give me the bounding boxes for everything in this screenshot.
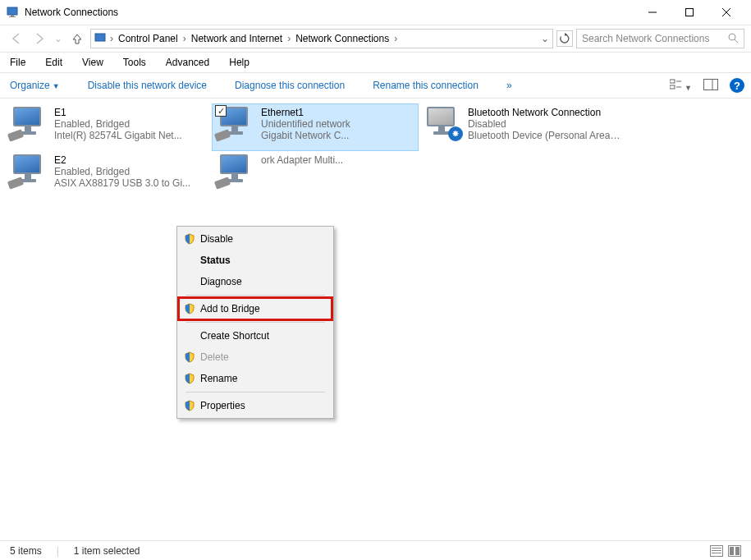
connection-item[interactable]: ✓ Ethernet1 Unidentified network Gigabit… (212, 103, 419, 151)
menu-edit[interactable]: Edit (42, 55, 66, 70)
toolbar-more-button[interactable]: » (503, 78, 515, 93)
svg-rect-0 (7, 7, 17, 15)
context-menu-label: Diagnose (200, 276, 242, 287)
uac-shield-icon (184, 373, 195, 384)
context-menu-label: Rename (200, 373, 237, 384)
menu-separator (185, 322, 325, 323)
svg-rect-10 (670, 80, 675, 83)
context-menu-status[interactable]: Status (179, 250, 332, 271)
maximize-button[interactable] (671, 1, 707, 24)
up-button[interactable] (67, 29, 87, 48)
context-menu-label: Disable (200, 233, 233, 245)
address-bar[interactable]: › Control Panel › Network and Internet ›… (90, 29, 553, 48)
menu-help[interactable]: Help (226, 55, 253, 70)
help-button[interactable]: ? (730, 78, 744, 93)
connection-name: E2 (54, 154, 190, 166)
disable-device-button[interactable]: Disable this network device (85, 78, 210, 93)
menu-file[interactable]: File (7, 55, 29, 70)
menu-advanced[interactable]: Advanced (163, 55, 213, 70)
menu-tools[interactable]: Tools (120, 55, 149, 70)
rename-connection-button[interactable]: Rename this connection (369, 78, 482, 93)
recent-dropdown[interactable]: ⌄ (53, 29, 64, 48)
minimize-button[interactable] (634, 1, 671, 24)
window-title: Network Connections (25, 7, 634, 18)
connection-item[interactable]: ork Adapter Multi... (212, 151, 419, 199)
connection-device: Bluetooth Device (Personal Area ... (468, 130, 620, 141)
menu-view[interactable]: View (79, 55, 107, 70)
status-item-count: 5 items (10, 545, 42, 557)
network-adapter-icon (10, 154, 49, 189)
context-menu-label: Properties (200, 400, 245, 411)
connection-device: ASIX AX88179 USB 3.0 to Gi... (54, 177, 190, 189)
svg-rect-4 (685, 9, 693, 16)
details-view-icon[interactable] (710, 545, 723, 557)
back-button[interactable] (7, 29, 26, 48)
menu-bar: File Edit View Tools Advanced Help (0, 53, 751, 72)
close-button[interactable] (707, 1, 744, 24)
connection-name: Ethernet1 (261, 107, 350, 118)
connection-item[interactable]: E1 Enabled, Bridged Intel(R) 82574L Giga… (5, 103, 212, 151)
svg-rect-1 (11, 15, 14, 16)
context-menu-label: Create Shortcut (200, 330, 269, 342)
status-selected-count: 1 item selected (74, 545, 140, 557)
refresh-button[interactable] (556, 30, 573, 47)
uac-shield-icon (184, 303, 195, 314)
context-menu-label: Delete (200, 351, 229, 363)
chevron-right-icon: › (394, 33, 397, 44)
breadcrumb-control-panel[interactable]: Control Panel (116, 33, 181, 44)
content-area: E1 Enabled, Bridged Intel(R) 82574L Giga… (0, 99, 751, 538)
uac-shield-icon (184, 400, 195, 411)
chevron-right-icon: › (110, 33, 113, 44)
context-menu-delete: Delete (179, 347, 332, 368)
connection-device: Gigabit Network C... (261, 130, 350, 141)
context-menu: DisableStatusDiagnoseAdd to BridgeCreate… (176, 226, 334, 419)
connection-status: Unidentified network (261, 118, 350, 130)
context-menu-create-shortcut[interactable]: Create Shortcut (179, 325, 332, 347)
context-menu-add-to-bridge[interactable]: Add to Bridge (179, 298, 332, 319)
context-menu-label: Status (200, 255, 231, 266)
context-menu-label: Add to Bridge (200, 303, 260, 314)
toolbar: Organize▼ Disable this network device Di… (0, 72, 751, 99)
svg-point-8 (729, 34, 735, 40)
network-adapter-icon: ⁕ (424, 107, 463, 141)
svg-rect-2 (9, 16, 16, 17)
connection-name: Bluetooth Network Connection (468, 107, 620, 118)
address-dropdown-icon[interactable]: ⌄ (541, 33, 549, 44)
connection-item[interactable]: ⁕ Bluetooth Network Connection Disabled … (419, 103, 625, 151)
menu-separator (185, 392, 325, 392)
diagnose-connection-button[interactable]: Diagnose this connection (231, 78, 348, 93)
context-menu-properties[interactable]: Properties (179, 395, 332, 416)
connection-item[interactable]: E2 Enabled, Bridged ASIX AX88179 USB 3.0… (5, 151, 212, 199)
chevron-right-icon: › (183, 33, 186, 44)
network-adapter-icon (10, 107, 49, 141)
context-menu-disable[interactable]: Disable (179, 228, 332, 250)
svg-line-9 (735, 39, 738, 43)
forward-button[interactable] (30, 29, 49, 48)
menu-separator (185, 295, 325, 296)
address-icon (94, 31, 108, 47)
search-input[interactable]: Search Network Connections (576, 29, 744, 48)
view-options-icon[interactable]: ▼ (670, 79, 692, 93)
window-icon (7, 6, 20, 19)
search-placeholder: Search Network Connections (582, 33, 709, 44)
network-adapter-icon: ✓ (217, 107, 256, 141)
search-icon (727, 32, 739, 46)
connection-status: Enabled, Bridged (54, 118, 182, 130)
breadcrumb-network-connections[interactable]: Network Connections (293, 33, 392, 44)
uac-shield-icon (184, 233, 195, 245)
chevron-right-icon: › (287, 33, 291, 44)
preview-pane-icon[interactable] (703, 79, 718, 93)
uac-shield-icon (184, 351, 195, 363)
organize-button[interactable]: Organize▼ (7, 78, 63, 93)
svg-rect-11 (670, 85, 675, 89)
connection-device: Intel(R) 82574L Gigabit Net... (54, 130, 182, 141)
large-icons-view-icon[interactable] (728, 545, 741, 557)
status-bar: 5 items | 1 item selected (0, 540, 751, 560)
title-bar: Network Connections (0, 0, 751, 25)
context-menu-diagnose[interactable]: Diagnose (179, 271, 332, 292)
context-menu-rename[interactable]: Rename (179, 368, 332, 389)
connection-status: Disabled (468, 118, 620, 130)
breadcrumb-network-internet[interactable]: Network and Internet (189, 33, 285, 44)
svg-rect-7 (95, 34, 105, 41)
connection-status: Enabled, Bridged (54, 166, 190, 177)
